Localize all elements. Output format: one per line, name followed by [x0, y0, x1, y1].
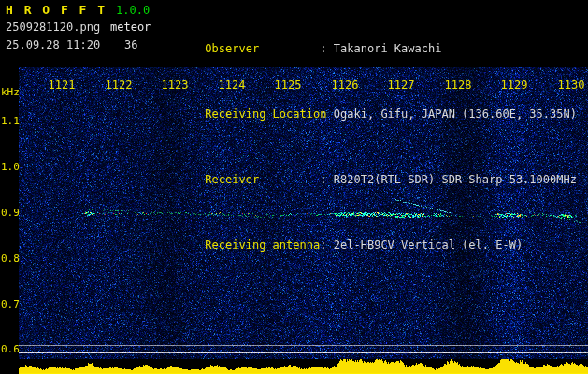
time-tick: 1125: [273, 79, 303, 92]
frequency-unit-label: kHz: [1, 86, 20, 98]
frequency-tick: 0.6: [1, 343, 20, 355]
station-label: Observer: [205, 42, 320, 55]
time-tick: 1128: [443, 79, 473, 92]
time-tick: 1124: [217, 79, 247, 92]
separator: :: [320, 108, 333, 121]
time-tick: 1127: [386, 79, 416, 92]
station-value: Takanori Kawachi: [334, 42, 442, 55]
app-version: 1.0.0: [116, 4, 150, 17]
hrofft-screen: H R O F F T 1.0.0 2509281120.png meteor …: [0, 0, 588, 374]
station-label: Receiving Location: [205, 108, 320, 121]
separator: :: [320, 42, 333, 55]
station-info: Observer: Takanori Kawachi Receiving Loc…: [165, 3, 577, 291]
time-tick: 1123: [160, 79, 190, 92]
frequency-tick: 1.1: [1, 115, 20, 127]
separator: :: [320, 238, 333, 252]
capture-filename: 2509281120.png: [6, 21, 100, 34]
app-title: H R O F F T: [6, 3, 107, 17]
capture-datetime: 25.09.28 11:20: [6, 38, 100, 51]
station-row-antenna: Receiving antenna: 2el-HB9CV Vertical (e…: [165, 225, 577, 265]
frequency-tick: 0.7: [1, 298, 20, 310]
frequency-tick: 0.9: [1, 207, 20, 219]
station-label: Receiver: [205, 173, 320, 186]
frequency-tick: 0.8: [1, 252, 20, 265]
station-label: Receiving antenna: [205, 238, 320, 252]
capture-mode: meteor: [110, 21, 151, 34]
station-row-location: Receiving Location: Ogaki, Gifu, JAPAN (…: [165, 94, 577, 134]
capture-count: 36: [124, 38, 137, 51]
time-tick: 1126: [330, 79, 360, 92]
time-tick: 1122: [104, 79, 134, 92]
time-tick: 1121: [47, 79, 77, 92]
station-value: Ogaki, Gifu, JAPAN (136.60E, 35.35N): [334, 108, 577, 121]
frequency-tick: 1.0: [1, 161, 20, 173]
time-tick: 1129: [499, 79, 529, 92]
station-value: R820T2(RTL-SDR) SDR-Sharp 53.1000MHz: [334, 173, 577, 186]
separator: :: [320, 173, 333, 186]
station-value: 2el-HB9CV Vertical (el. E-W): [334, 238, 523, 252]
time-tick: 1130: [556, 79, 586, 92]
station-row-observer: Observer: Takanori Kawachi: [165, 29, 577, 68]
station-row-receiver: Receiver: R820T2(RTL-SDR) SDR-Sharp 53.1…: [165, 160, 577, 199]
